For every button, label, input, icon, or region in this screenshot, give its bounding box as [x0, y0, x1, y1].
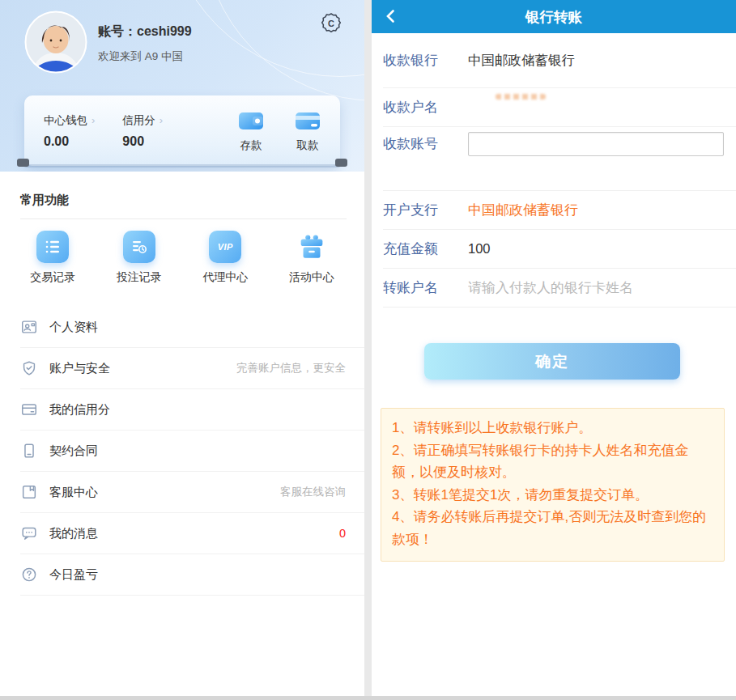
menu-label: 账户与安全 — [49, 361, 236, 376]
slot-tab-left — [17, 159, 29, 167]
receiving-account-input[interactable] — [468, 132, 724, 156]
row-payer-name: 转账户名 — [383, 269, 736, 308]
note-line: 2、请正确填写转账银行卡的持卡人姓名和充值金额，以便及时核对。 — [392, 439, 713, 484]
unread-badge: 0 — [339, 527, 346, 540]
wallet-label: 中心钱包 — [44, 114, 87, 126]
note-line: 4、请务必转账后再提交订单,否则无法及时查到您的款项！ — [392, 506, 713, 550]
menu-label: 客服中心 — [49, 485, 280, 500]
bottom-edge — [0, 696, 736, 700]
field-label: 收款账号 — [383, 132, 468, 156]
vip-text: VIP — [218, 242, 233, 252]
central-wallet-link[interactable]: 中心钱包› 0.00 — [44, 113, 95, 149]
section-title: 常用功能 — [20, 193, 364, 208]
welcome-text: 欢迎来到 A9 中国 — [98, 49, 183, 64]
field-label: 开户支行 — [383, 201, 468, 219]
menu-hint: 客服在线咨询 — [280, 485, 346, 499]
wallet-card: 中心钱包› 0.00 信用分› 900 — [24, 95, 340, 166]
slot-tab-right — [335, 159, 347, 167]
card-slot — [24, 164, 340, 168]
id-card-icon — [20, 318, 38, 336]
feature-label: 投注记录 — [117, 270, 162, 285]
bank-card-withdraw-icon — [295, 108, 321, 136]
shield-check-icon — [20, 359, 38, 377]
menu-label: 我的信用分 — [49, 402, 346, 418]
profile-panel: 账号：ceshi999 欢迎来到 A9 中国 C 中心钱包› 0.00 信用分›… — [0, 0, 364, 700]
note-line: 1、请转账到以上收款银行账户。 — [392, 417, 713, 439]
customer-service-icon — [20, 483, 38, 501]
menu-item-messages[interactable]: 我的消息 0 — [20, 513, 364, 554]
deposit-button[interactable]: 存款 — [238, 108, 264, 153]
list-icon — [36, 231, 69, 263]
wallet-deposit-icon — [238, 108, 264, 136]
transfer-notes: 1、请转账到以上收款银行账户。 2、请正确填写转账银行卡的持卡人姓名和充值金额，… — [381, 408, 725, 562]
settings-icon[interactable]: C — [319, 11, 343, 35]
row-receiving-name: 收款户名 — [383, 88, 736, 127]
note-line: 3、转账1笔提交1次，请勿重复提交订单。 — [392, 484, 713, 507]
menu-hint: 完善账户信息，更安全 — [236, 361, 346, 375]
redacted-value — [496, 94, 546, 100]
menu-item-credit-score[interactable]: 我的信用分 — [20, 389, 364, 431]
wallet-balance: 0.00 — [44, 134, 95, 149]
feature-bet-records[interactable]: 投注记录 — [96, 231, 183, 285]
feature-grid: 交易记录 投注记录 VIP 代理中心 — [10, 231, 355, 285]
menu-item-security[interactable]: 账户与安全 完善账户信息，更安全 — [20, 348, 364, 389]
feature-agent-center[interactable]: VIP 代理中心 — [182, 231, 269, 285]
credit-score: 900 — [122, 134, 163, 149]
profile-menu: 个人资料 账户与安全 完善账户信息，更安全 我的信用分 — [0, 307, 364, 596]
feature-label: 活动中心 — [289, 270, 334, 285]
avatar[interactable] — [24, 11, 87, 74]
feature-label: 代理中心 — [202, 270, 248, 285]
field-label: 收款户名 — [383, 98, 468, 117]
menu-item-daily-pnl[interactable]: 今日盈亏 — [20, 554, 364, 596]
vip-icon: VIP — [209, 231, 241, 263]
withdraw-button[interactable]: 取款 — [295, 108, 321, 153]
contract-icon — [20, 442, 38, 460]
field-label: 充值金额 — [383, 240, 468, 258]
bet-history-icon — [123, 231, 155, 263]
transfer-panel: 银行转账 收款银行 中国邮政储蓄银行 收款户名 收款账号 开户支行 中国邮政储蓄… — [372, 0, 736, 700]
credit-label: 信用分 — [122, 114, 155, 126]
svg-text:C: C — [328, 19, 334, 28]
amount-value: 100 — [468, 241, 491, 257]
question-icon — [20, 566, 38, 583]
receiving-bank-value: 中国邮政储蓄银行 — [468, 52, 575, 70]
menu-label: 契约合同 — [49, 443, 346, 459]
chevron-right-icon: › — [160, 114, 163, 126]
row-receiving-account: 收款账号 — [383, 127, 736, 191]
deposit-label: 存款 — [240, 138, 262, 153]
divider — [20, 218, 347, 219]
feature-activity-center[interactable]: 活动中心 — [269, 231, 355, 285]
confirm-button[interactable]: 确定 — [424, 343, 680, 380]
field-label: 转账户名 — [383, 278, 468, 297]
row-receiving-bank: 收款银行 中国邮政储蓄银行 — [383, 33, 736, 88]
account-name: 账号：ceshi999 — [98, 23, 192, 40]
page-title: 银行转账 — [525, 7, 582, 27]
credit-card-icon — [20, 401, 38, 418]
menu-item-contract[interactable]: 契约合同 — [20, 431, 364, 472]
row-amount: 充值金额 100 — [383, 230, 736, 269]
row-branch: 开户支行 中国邮政储蓄银行 — [383, 191, 736, 230]
branch-value: 中国邮政储蓄银行 — [468, 201, 578, 219]
field-label: 收款银行 — [383, 51, 468, 70]
credit-score-link[interactable]: 信用分› 900 — [122, 113, 163, 149]
gift-icon — [296, 231, 328, 263]
withdraw-label: 取款 — [297, 138, 319, 153]
message-icon — [20, 524, 38, 542]
feature-label: 交易记录 — [30, 270, 75, 285]
transfer-header: 银行转账 — [372, 0, 736, 33]
profile-hero: 账号：ceshi999 欢迎来到 A9 中国 C 中心钱包› 0.00 信用分›… — [0, 0, 364, 172]
menu-item-customer-service[interactable]: 客服中心 客服在线咨询 — [20, 472, 364, 513]
chevron-right-icon: › — [91, 114, 95, 126]
feature-transactions[interactable]: 交易记录 — [10, 231, 96, 285]
payer-name-input[interactable] — [468, 280, 711, 296]
menu-label: 我的消息 — [49, 526, 339, 541]
menu-label: 个人资料 — [49, 320, 346, 335]
menu-label: 今日盈亏 — [49, 567, 346, 583]
back-button[interactable] — [383, 8, 399, 24]
menu-item-profile[interactable]: 个人资料 — [20, 307, 364, 348]
